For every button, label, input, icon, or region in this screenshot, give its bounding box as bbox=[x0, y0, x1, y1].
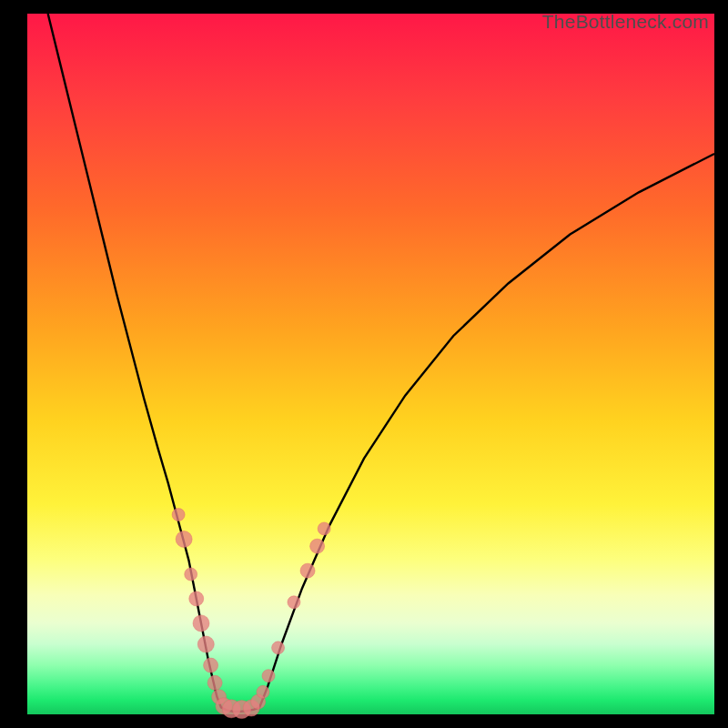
data-point bbox=[197, 636, 214, 652]
data-point bbox=[272, 642, 285, 654]
data-point bbox=[288, 596, 300, 609]
curve-group bbox=[48, 14, 714, 712]
data-point bbox=[189, 592, 204, 606]
chart-frame: TheBottleneck.com bbox=[27, 14, 714, 714]
data-point bbox=[300, 563, 315, 578]
plot-area: TheBottleneck.com bbox=[27, 14, 714, 714]
data-point bbox=[193, 615, 209, 632]
data-point bbox=[204, 658, 218, 672]
data-point bbox=[262, 670, 275, 682]
data-point bbox=[176, 531, 192, 548]
chart-svg bbox=[27, 14, 714, 714]
data-point bbox=[318, 522, 330, 535]
data-point bbox=[310, 539, 325, 553]
data-point bbox=[172, 509, 185, 521]
data-point bbox=[185, 568, 197, 581]
dot-group bbox=[172, 509, 330, 719]
bottleneck-curve bbox=[48, 14, 714, 712]
data-point bbox=[257, 685, 269, 698]
data-point bbox=[207, 675, 222, 690]
